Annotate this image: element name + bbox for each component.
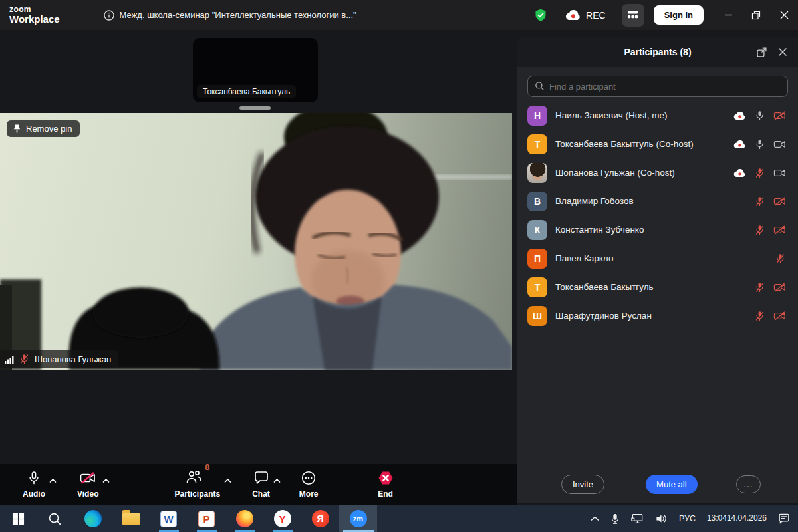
- restore-button[interactable]: [742, 0, 770, 30]
- signal-bars-icon: [5, 355, 14, 364]
- pinned-name-label: Шопанова Гульжан: [35, 354, 111, 364]
- participant-name: Шопанова Гульжан (Co-host): [555, 168, 733, 178]
- participant-name: Токсанбаева Бакытгуль: [555, 282, 754, 292]
- end-button[interactable]: End: [377, 464, 394, 505]
- pinned-video-tile: Remove pin Шопанова Гульжан: [0, 113, 512, 370]
- close-panel-icon[interactable]: [778, 47, 787, 57]
- minimize-button[interactable]: [714, 0, 742, 30]
- video-options-chevron[interactable]: [98, 474, 113, 487]
- zoom-workplace-logo: zoom Workplace: [9, 5, 60, 24]
- meeting-toolbar: Audio Video: [0, 464, 517, 505]
- participant-avatar: П: [527, 249, 547, 269]
- cloud-recording-icon: [733, 168, 746, 178]
- remove-pin-label: Remove pin: [26, 124, 72, 134]
- participants-panel-footer: Invite Mute all ...: [517, 465, 798, 503]
- popout-panel-icon[interactable]: [756, 47, 767, 58]
- mic-icon: [754, 138, 765, 150]
- participants-icon: [185, 470, 202, 485]
- camera-off-icon: [773, 225, 786, 235]
- participant-row[interactable]: ШШарафутдинов Руслан: [517, 301, 798, 330]
- start-button[interactable]: [0, 505, 36, 532]
- taskbar-zoom[interactable]: zm: [339, 505, 377, 532]
- participants-panel: Participants (8) ННаиль Закиевич (Host, …: [517, 37, 798, 503]
- mic-muted-icon: [775, 253, 786, 265]
- participant-avatar: В: [527, 192, 547, 211]
- thumbnail-collapse-handle[interactable]: [239, 106, 271, 110]
- language-indicator[interactable]: РУС: [679, 514, 696, 523]
- participants-options-chevron[interactable]: [220, 474, 235, 487]
- camera-icon: [773, 168, 786, 178]
- participant-status-icons: [733, 110, 786, 122]
- taskbar-edge[interactable]: [74, 505, 112, 532]
- participants-panel-title: Participants (8): [624, 47, 691, 57]
- thumbnail-video-tile[interactable]: Токсанбаева Бакытгуль: [193, 38, 318, 102]
- windows-logo-icon: [12, 513, 25, 525]
- titlebar: zoom Workplace Межд. школа-семинар "Инте…: [0, 0, 798, 30]
- info-icon[interactable]: [104, 10, 114, 21]
- tray-chevron-icon[interactable]: [591, 516, 599, 521]
- participants-button[interactable]: 8 Participants: [174, 464, 220, 505]
- chat-button[interactable]: Chat: [252, 464, 270, 505]
- tray-microphone-icon[interactable]: [610, 513, 620, 525]
- more-label: More: [299, 489, 319, 499]
- taskbar-powerpoint[interactable]: P: [188, 505, 225, 532]
- notification-center-icon[interactable]: [778, 513, 790, 524]
- mic-muted-icon: [754, 310, 765, 322]
- participant-row[interactable]: ТТоксанбаева Бакытгуль (Co-host): [517, 130, 798, 158]
- audio-button[interactable]: Audio: [23, 464, 45, 505]
- more-button[interactable]: More: [299, 464, 319, 505]
- tray-network-icon[interactable]: [631, 513, 644, 524]
- audio-options-chevron[interactable]: [45, 474, 60, 487]
- camera-off-icon: [79, 469, 96, 487]
- video-scene: [0, 113, 512, 370]
- system-tray: РУС 13:04 14.04.2026: [591, 513, 798, 525]
- recording-indicator: REC: [565, 9, 606, 21]
- tray-time: 13:04: [707, 513, 727, 524]
- end-label: End: [378, 489, 393, 499]
- mic-icon: [754, 110, 765, 122]
- participants-panel-header: Participants (8): [517, 37, 798, 67]
- participant-name: Токсанбаева Бакытгуль (Co-host): [555, 139, 733, 149]
- chat-options-chevron[interactable]: [270, 474, 285, 487]
- close-button[interactable]: [770, 0, 798, 30]
- participant-name: Наиль Закиевич (Host, me): [555, 110, 733, 120]
- more-icon: [301, 469, 317, 487]
- participant-row[interactable]: ВВладимир Гобозов: [517, 187, 798, 215]
- video-stage: Токсанбаева Бакытгуль: [0, 30, 517, 505]
- participant-row[interactable]: ННаиль Закиевич (Host, me): [517, 101, 798, 130]
- taskbar-search-button[interactable]: [36, 505, 74, 532]
- participant-status-icons: [775, 253, 786, 265]
- taskbar-file-explorer[interactable]: [112, 505, 150, 532]
- participant-status-icons: [754, 224, 786, 236]
- apps-grid-button[interactable]: [622, 4, 644, 27]
- participant-search-input[interactable]: [527, 76, 788, 97]
- window-controls: [714, 0, 798, 30]
- tray-clock[interactable]: 13:04 14.04.2026: [707, 513, 767, 524]
- participant-row[interactable]: ППавел Каркло: [517, 244, 798, 273]
- participant-name: Шарафутдинов Руслан: [555, 311, 754, 321]
- taskbar-word[interactable]: W: [150, 505, 188, 532]
- invite-button[interactable]: Invite: [561, 475, 604, 494]
- mute-all-button[interactable]: Mute all: [646, 475, 698, 494]
- remove-pin-button[interactable]: Remove pin: [7, 120, 80, 137]
- tray-volume-icon[interactable]: [655, 513, 668, 524]
- participant-list: ННаиль Закиевич (Host, me) ТТоксанбаева …: [517, 101, 798, 330]
- video-button[interactable]: Video: [77, 464, 98, 505]
- participant-row[interactable]: ККонстантин Зубченко: [517, 215, 798, 244]
- security-shield-icon[interactable]: [533, 8, 548, 23]
- panel-more-button[interactable]: ...: [736, 475, 761, 493]
- participants-count-badge: 8: [205, 462, 209, 472]
- participant-avatar-photo: [527, 163, 547, 183]
- participant-row[interactable]: Шопанова Гульжан (Co-host): [517, 158, 798, 187]
- sign-in-button[interactable]: Sign in: [654, 5, 704, 25]
- participant-avatar: Т: [527, 277, 547, 297]
- participant-row[interactable]: ТТоксанбаева Бакытгуль: [517, 273, 798, 301]
- logo-workplace-text: Workplace: [9, 14, 60, 25]
- participant-avatar: К: [527, 220, 547, 240]
- taskbar-yandex-browser[interactable]: Y: [263, 505, 301, 532]
- taskbar-yandex[interactable]: Я: [301, 505, 339, 532]
- taskbar-firefox[interactable]: [225, 505, 263, 532]
- tray-date: 14.04.2026: [727, 513, 767, 524]
- pinned-nameplate: Шопанова Гульжан: [0, 350, 118, 368]
- meeting-title-area: Межд. школа-семинар "Интеллектуальные те…: [104, 10, 356, 21]
